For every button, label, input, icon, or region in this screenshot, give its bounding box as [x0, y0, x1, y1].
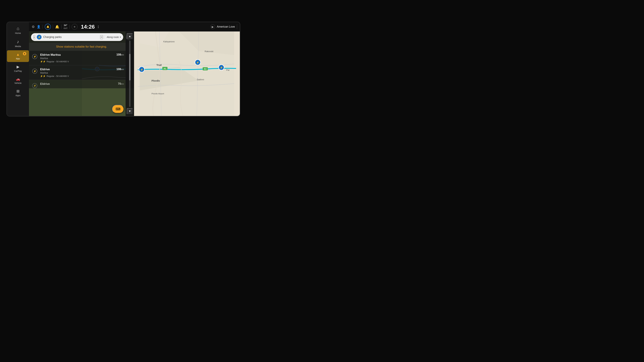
- nav-badge: S: [23, 52, 26, 55]
- dropdown-chevron-icon: ▾: [120, 36, 121, 38]
- result-subtitle-0: Maritsa: [40, 57, 114, 60]
- status-bar: ⚙ 👤 🔔 🔔 34° OUT ⊕ 14:26 ▲ ▼: [29, 22, 240, 31]
- result-name-1: Eldrive: [40, 68, 114, 71]
- sidebar-item-home[interactable]: ⌂ Home: [7, 24, 29, 36]
- content-area: Septemvri Pazardzhik Stamb... Yelino... …: [29, 31, 240, 116]
- sidebar-item-vehicle[interactable]: 🚗 Vehicle: [7, 75, 29, 86]
- svg-text:Sadovo: Sadovo: [197, 78, 204, 81]
- nav-icon: ▲: [16, 52, 20, 57]
- result-item-1[interactable]: ⚡ Eldrive Maritsa ⚡⚡ Regular - 50 kW/400…: [29, 65, 134, 80]
- now-playing: ▶ American Love: [210, 24, 235, 29]
- result-distance-1: 108km: [116, 68, 124, 71]
- apps-icon: ⊞: [16, 89, 20, 93]
- media-icon: ♪: [17, 39, 19, 44]
- svg-text:Trud: Trud: [156, 64, 162, 66]
- charging-icon: ⚡: [37, 35, 42, 39]
- sidebar-item-carplay-label: CarPlay: [14, 70, 22, 72]
- distance-unit-1: km: [121, 68, 124, 71]
- bell-icon[interactable]: 🔔: [55, 25, 59, 29]
- carplay-icon: ▶: [16, 65, 20, 69]
- result-spec-text-0: Regular - 50 kW/400 V: [46, 60, 69, 63]
- svg-text:⚡: ⚡: [220, 66, 223, 69]
- distance-value-0: 108: [116, 53, 121, 56]
- sidebar-item-media-label: Media: [15, 45, 21, 47]
- svg-text:⚡: ⚡: [34, 55, 36, 58]
- charging-station-icon-0: ⚡: [32, 53, 38, 60]
- vehicle-icon: 🚗: [16, 77, 20, 81]
- sidebar-item-nav[interactable]: ▲ S Nav: [7, 50, 29, 62]
- time-up-arrow: ▲: [98, 25, 99, 27]
- result-spec-1: ⚡⚡ Regular - 50 kW/400 V: [40, 75, 114, 77]
- gps-symbol: ⊕: [74, 25, 76, 28]
- home-icon: ⌂: [16, 26, 19, 31]
- search-query-text: Charging parks: [43, 35, 98, 39]
- search-bar-container: ‹ ⚡ Charging parks ✕ Along route ▾ ✕: [29, 31, 134, 43]
- svg-text:A1: A1: [204, 68, 206, 70]
- result-spec-0: ⚡⚡ Regular - 50 kW/400 V: [40, 60, 114, 63]
- along-route-button[interactable]: Along route ▾: [106, 36, 121, 38]
- divider-3: [61, 25, 62, 29]
- result-subtitle-1: Maritsa: [40, 71, 114, 74]
- svg-text:⚡: ⚡: [34, 84, 36, 87]
- now-playing-title: American Love: [217, 25, 235, 28]
- svg-text:⚡: ⚡: [34, 70, 36, 73]
- distance-unit-2: km: [121, 83, 124, 85]
- scroll-bar: ▲ ▼: [126, 31, 134, 116]
- notification-icon[interactable]: 🔔: [45, 24, 51, 30]
- notification-symbol: 🔔: [46, 25, 49, 28]
- distance-value-1: 108: [116, 68, 121, 71]
- search-panel: ‹ ⚡ Charging parks ✕ Along route ▾ ✕: [29, 31, 134, 116]
- divider-1: [42, 25, 43, 29]
- search-bar[interactable]: ‹ ⚡ Charging parks ✕ Along route ▾: [31, 33, 123, 41]
- temperature-label: OUT: [64, 27, 68, 29]
- scroll-track: [129, 41, 130, 107]
- result-item-0[interactable]: ⚡ Eldrive Maritsa Maritsa ⚡⚡ Regular - 5…: [29, 51, 134, 65]
- distance-value-2: 70: [118, 82, 121, 85]
- result-distance-2: 70km: [118, 82, 124, 85]
- gps-icon: ⊕: [72, 24, 78, 30]
- scroll-thumb: [129, 54, 130, 80]
- charging-station-icon-2: ⚡: [32, 83, 38, 88]
- search-clear-button[interactable]: ✕: [100, 35, 103, 39]
- settings-icon[interactable]: ⚙: [32, 25, 35, 29]
- result-distance-0: 108km: [116, 53, 124, 56]
- main-content: ⚙ 👤 🔔 🔔 34° OUT ⊕ 14:26 ▲ ▼: [29, 22, 240, 116]
- driver-assist-icon: 👤: [37, 25, 40, 29]
- scroll-down-button[interactable]: ▼: [127, 108, 133, 114]
- along-route-text: Along route: [106, 36, 119, 38]
- time-arrows: ▲ ▼: [98, 25, 99, 29]
- map-panel: A1 A1 Kaloyanovo Rakovski Trud Plovdiv S…: [134, 31, 240, 116]
- svg-text:Kaloyanovo: Kaloyanovo: [163, 40, 175, 43]
- distance-unit-0: km: [121, 53, 124, 56]
- result-item-2[interactable]: ⚡ Eldrive 70km: [29, 80, 134, 88]
- keyboard-button[interactable]: ⌨: [112, 105, 124, 113]
- sidebar-item-carplay[interactable]: ▶ CarPlay: [7, 63, 29, 74]
- svg-text:A1: A1: [164, 67, 166, 70]
- bolt-icon-0: ⚡⚡: [40, 60, 46, 63]
- temperature-display: 34° OUT: [64, 24, 68, 30]
- search-bar-divider: [105, 35, 105, 39]
- charging-station-icon-1: ⚡: [32, 68, 38, 74]
- scroll-up-button[interactable]: ▲: [127, 33, 133, 39]
- sidebar-item-vehicle-label: Vehicle: [14, 82, 22, 84]
- sidebar-item-nav-label: Nav: [16, 57, 20, 60]
- fast-charging-text: Show stations suitable for fast charging…: [56, 45, 107, 48]
- bolt-icon-1: ⚡⚡: [40, 75, 46, 77]
- sidebar-item-home-label: Home: [15, 32, 21, 34]
- sidebar-item-media[interactable]: ♪ Media: [7, 37, 29, 50]
- svg-text:Rakovski: Rakovski: [204, 50, 213, 53]
- svg-text:Plovdiv Airport: Plovdiv Airport: [152, 92, 164, 95]
- back-button[interactable]: ‹: [34, 35, 35, 39]
- svg-text:⚡: ⚡: [140, 68, 143, 71]
- svg-text:⚡: ⚡: [196, 61, 199, 64]
- result-name-0: Eldrive Maritsa: [40, 53, 114, 56]
- result-info-1: Eldrive Maritsa ⚡⚡ Regular - 50 kW/400 V: [40, 68, 114, 77]
- sidebar-item-apps[interactable]: ⊞ Apps: [7, 87, 29, 99]
- map-container[interactable]: A1 A1 Kaloyanovo Rakovski Trud Plovdiv S…: [134, 31, 240, 116]
- sidebar-item-apps-label: Apps: [16, 94, 20, 97]
- svg-text:Plovdiv: Plovdiv: [152, 79, 160, 82]
- fast-charging-banner[interactable]: Show stations suitable for fast charging…: [29, 43, 134, 51]
- car-screen: ⌂ Home ♪ Media ▲ S Nav ▶ CarPlay 🚗 Vehic…: [6, 22, 240, 116]
- divider-4: [70, 25, 70, 29]
- svg-text:Par: Par: [226, 69, 230, 71]
